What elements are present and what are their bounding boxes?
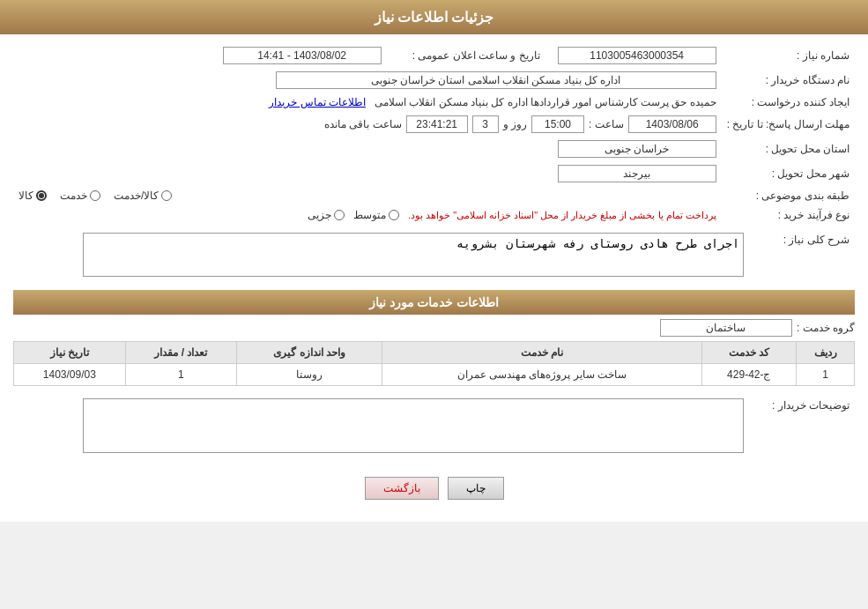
process-label-partial: جزیی bbox=[308, 209, 331, 221]
header-title: جزئیات اطلاعات نیاز bbox=[375, 10, 494, 25]
city-label: شهر محل تحویل : bbox=[722, 161, 855, 186]
cell-code: ج-42-429 bbox=[701, 364, 797, 386]
category-option-kala: کالا bbox=[19, 189, 47, 202]
category-label: طبقه بندی موضوعی : bbox=[722, 186, 855, 205]
deadline-remaining: ساعت باقی مانده bbox=[324, 118, 402, 130]
announce-label: تاریخ و ساعت اعلان عمومی : bbox=[387, 43, 545, 68]
services-title: اطلاعات خدمات مورد نیاز bbox=[369, 295, 500, 309]
service-group-row: گروه خدمت : ساختمان bbox=[13, 319, 855, 337]
cell-name: ساخت سایر پروژه‌های مهندسی عمران bbox=[382, 364, 701, 386]
description-value-cell bbox=[13, 229, 749, 283]
buyer-desc-value-cell bbox=[13, 395, 749, 459]
description-label: شرح کلی نیاز : bbox=[749, 229, 855, 283]
buyer-desc-label: توضیحات خریدار : bbox=[749, 395, 855, 459]
deadline-time: 15:00 bbox=[531, 115, 584, 133]
category-label-kala-khadamat: کالا/خدمت bbox=[114, 189, 159, 202]
cell-rownum: 1 bbox=[797, 364, 855, 386]
province-label: استان محل تحویل : bbox=[722, 137, 855, 161]
process-label: نوع فرآیند خرید : bbox=[722, 205, 855, 225]
bottom-buttons: چاپ بازگشت bbox=[13, 464, 855, 513]
cell-date: 1403/09/03 bbox=[14, 364, 126, 386]
col-header-date: تاریخ نیاز bbox=[14, 342, 126, 364]
page-container: جزئیات اطلاعات نیاز شماره نیاز : 1103005… bbox=[0, 0, 868, 522]
deadline-time-label: ساعت : bbox=[589, 118, 624, 130]
radio-kala[interactable] bbox=[36, 190, 47, 201]
announce-value: 1403/08/02 - 14:41 bbox=[223, 47, 382, 64]
cell-unit: روستا bbox=[237, 364, 382, 386]
services-section-header: اطلاعات خدمات مورد نیاز bbox=[13, 290, 855, 315]
col-header-rownum: ردیف bbox=[797, 342, 855, 364]
page-header: جزئیات اطلاعات نیاز bbox=[0, 0, 868, 34]
col-header-unit: واحد اندازه گیری bbox=[237, 342, 382, 364]
deadline-days-label: روز و bbox=[503, 118, 527, 130]
radio-medium[interactable] bbox=[389, 210, 399, 220]
category-label-kala: کالا bbox=[19, 189, 33, 202]
deadline-label: مهلت ارسال پاسخ: تا تاریخ : bbox=[722, 112, 855, 137]
buyer-org-value-cell: اداره کل بنیاد مسکن انقلاب اسلامی استان … bbox=[13, 68, 722, 93]
col-header-qty: تعداد / مقدار bbox=[125, 342, 237, 364]
services-table: ردیف کد خدمت نام خدمت واحد اندازه گیری ت… bbox=[13, 341, 855, 386]
service-group-label: گروه خدمت : bbox=[797, 322, 855, 334]
deadline-countdown: 23:41:21 bbox=[406, 115, 468, 133]
process-label-medium: متوسط bbox=[353, 209, 386, 221]
process-option-partial: جزیی bbox=[308, 209, 345, 221]
col-header-name: نام خدمت bbox=[382, 342, 701, 364]
need-number-value-cell: 1103005463000354 bbox=[545, 43, 722, 68]
process-option-medium: متوسط bbox=[353, 209, 399, 221]
process-note: پرداخت تمام یا بخشی از مبلغ خریدار از مح… bbox=[408, 210, 716, 221]
buyer-org-value: اداره کل بنیاد مسکن انقلاب اسلامی استان … bbox=[276, 71, 716, 89]
col-header-code: کد خدمت bbox=[701, 342, 797, 364]
deadline-row: 1403/08/06 ساعت : 15:00 روز و 3 23:41:21… bbox=[13, 112, 722, 137]
description-table: شرح کلی نیاز : bbox=[13, 229, 855, 283]
city-value-cell: بیرجند bbox=[13, 161, 722, 186]
back-button[interactable]: بازگشت bbox=[365, 477, 439, 500]
category-options-cell: کالا/خدمت خدمت کالا bbox=[13, 186, 722, 205]
city-value: بیرجند bbox=[558, 165, 716, 182]
description-textarea[interactable] bbox=[83, 233, 744, 277]
creator-label: ایجاد کننده درخواست : bbox=[722, 93, 855, 112]
need-number-value: 1103005463000354 bbox=[558, 47, 716, 64]
table-row: 1 ج-42-429 ساخت سایر پروژه‌های مهندسی عم… bbox=[14, 364, 855, 386]
radio-partial[interactable] bbox=[334, 210, 345, 220]
category-option-khadamat: خدمت bbox=[60, 189, 100, 202]
creator-value-cell: حمیده حق پرست کارشناس امور قراردادها ادا… bbox=[13, 93, 722, 112]
province-value-cell: خراسان جنوبی bbox=[13, 137, 722, 161]
deadline-days: 3 bbox=[472, 115, 499, 133]
content-area: شماره نیاز : 1103005463000354 تاریخ و سا… bbox=[0, 34, 868, 522]
process-row: پرداخت تمام یا بخشی از مبلغ خریدار از مح… bbox=[13, 205, 722, 225]
print-button[interactable]: چاپ bbox=[448, 477, 504, 500]
contact-link[interactable]: اطلاعات تماس خریدار bbox=[269, 96, 366, 108]
deadline-date: 1403/08/06 bbox=[628, 115, 716, 133]
info-table: شماره نیاز : 1103005463000354 تاریخ و سا… bbox=[13, 43, 855, 225]
buyer-org-label: نام دستگاه خریدار : bbox=[722, 68, 855, 93]
buyer-desc-table: توضیحات خریدار : bbox=[13, 395, 855, 459]
cell-qty: 1 bbox=[125, 364, 237, 386]
service-group-value: ساختمان bbox=[660, 319, 792, 337]
buyer-desc-textarea[interactable] bbox=[83, 398, 744, 453]
province-value: خراسان جنوبی bbox=[558, 140, 716, 158]
radio-khadamat[interactable] bbox=[90, 190, 100, 201]
announce-value-cell: 1403/08/02 - 14:41 bbox=[13, 43, 387, 68]
need-number-label: شماره نیاز : bbox=[722, 43, 855, 68]
creator-value: حمیده حق پرست کارشناس امور قراردادها ادا… bbox=[375, 96, 716, 108]
category-label-khadamat: خدمت bbox=[60, 189, 87, 202]
category-option-kala-khadamat: کالا/خدمت bbox=[114, 189, 172, 202]
radio-kala-khadamat[interactable] bbox=[161, 190, 172, 201]
